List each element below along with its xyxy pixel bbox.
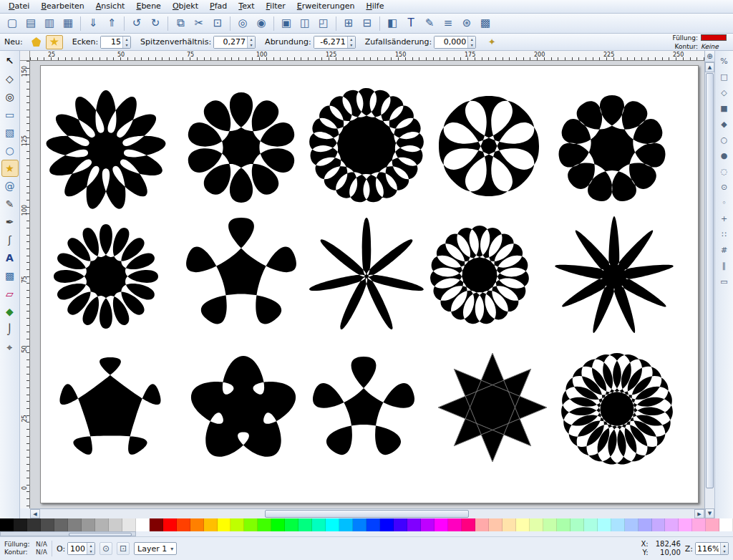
star-shape-15[interactable] [561,353,673,465]
snap-smooth-nodes-button[interactable]: ⊙ [717,180,732,194]
star-shape-1[interactable] [47,90,166,209]
zoom-drawing-button[interactable]: ◎ [234,15,251,32]
palette-swatch[interactable] [366,518,380,531]
palette-swatch[interactable] [244,518,258,531]
scroll-left-button[interactable]: ◀ [30,509,40,518]
dropper-tool-button[interactable]: ⌡ [1,321,19,338]
palette-swatch[interactable] [326,518,339,531]
palette-swatch[interactable] [530,518,543,531]
text-tool-button[interactable]: A [1,249,19,266]
document-properties-button[interactable]: ▩ [477,15,494,32]
new-document-button[interactable]: ▢ [4,15,21,32]
palette-swatch[interactable] [122,518,136,531]
snap-page-border-button[interactable]: ▭ [717,274,732,289]
node-tool-button[interactable]: ◇ [1,70,19,87]
star-tool-button[interactable]: ★ [1,160,19,177]
palette-swatch[interactable] [82,518,95,531]
zoom-tool-button[interactable]: ◎ [1,88,19,105]
export-button[interactable]: ⇑ [103,15,120,32]
fill-stroke-dialog-button[interactable]: ◧ [384,15,401,32]
palette-swatch[interactable] [571,518,584,531]
spoke-ratio-spin-down-button[interactable]: ▾ [248,42,255,48]
snap-nodes-button[interactable]: ◆ [717,117,732,131]
menu-item-hilfe[interactable]: Hilfe [360,1,389,12]
rounded-input[interactable] [314,37,347,48]
star-shape-13[interactable] [313,357,414,455]
palette-swatch[interactable] [14,518,27,531]
opacity-spin-down-button[interactable]: ▾ [87,549,94,554]
star-shape-3[interactable] [309,88,424,202]
corners-spin-up-button[interactable]: ▴ [123,37,130,42]
star-shape-2[interactable] [188,92,294,203]
vertical-scrollbar[interactable]: ⊕ ▲ ▼ [704,51,714,518]
palette-swatch[interactable] [54,518,68,531]
palette-swatch[interactable] [95,518,109,531]
selector-tool-button[interactable]: ↖ [1,52,19,69]
ellipse-tool-button[interactable]: ○ [1,142,19,159]
layer-lock-button[interactable]: ⊡ [117,542,130,555]
palette-swatch[interactable] [163,518,177,531]
corners-input[interactable] [101,37,122,48]
palette-scrollbar[interactable] [0,531,733,537]
snap-cusp-nodes-button[interactable]: ◌ [717,164,732,178]
unlink-clone-button[interactable]: ◰ [315,15,332,32]
palette-swatch[interactable] [679,518,692,531]
snap-bbox-corners-button[interactable]: ■ [717,101,732,115]
create-clone-button[interactable]: ◫ [296,15,314,32]
copy-button[interactable]: ⧉ [172,15,189,32]
star-shape-12[interactable] [191,356,296,457]
zoom-spin-up-button[interactable]: ▴ [721,543,728,549]
randomized-spin-up-button[interactable]: ▴ [468,37,475,42]
cut-button[interactable]: ✂ [190,15,208,32]
connector-tool-button[interactable]: ⌖ [1,339,19,356]
palette-swatch[interactable] [285,518,298,531]
palette-scroll-track[interactable] [0,531,136,536]
palette-swatch[interactable] [489,518,503,531]
palette-swatch[interactable] [611,518,625,531]
menu-item-pfad[interactable]: Pfad [204,1,233,12]
vertical-ruler[interactable]: 1501251007550250 [20,61,30,508]
snap-paths-button[interactable]: ○ [717,132,732,147]
undo-button[interactable]: ↺ [128,15,145,32]
fill-color-swatch[interactable] [701,34,727,41]
zoom-page-button[interactable]: ◉ [253,15,270,32]
palette-swatch[interactable] [204,518,218,531]
palette-swatch[interactable] [462,518,475,531]
star-shape-4[interactable] [439,96,539,196]
palette-swatch[interactable] [150,518,163,531]
star-shape-9[interactable] [430,226,529,324]
palette-swatch[interactable] [230,518,244,531]
box3d-tool-button[interactable]: ▧ [1,124,19,141]
palette-swatch[interactable] [0,518,14,531]
palette-swatch[interactable] [218,518,231,531]
palette-swatch[interactable] [298,518,312,531]
snap-bounding-box-button[interactable]: □ [717,69,732,84]
menu-item-datei[interactable]: Datei [3,1,35,12]
redo-button[interactable]: ↻ [147,15,164,32]
star-mode-button[interactable] [46,35,63,49]
defaults-button[interactable]: ✦ [484,35,500,49]
snap-rotation-centers-button[interactable]: ∷ [717,227,732,241]
palette-swatch[interactable] [68,518,82,531]
layer-visibility-button[interactable]: ⊙ [99,542,112,555]
scroll-right-button[interactable]: ▶ [694,509,704,518]
eraser-tool-button[interactable]: ▱ [1,285,19,302]
horizontal-ruler[interactable]: 255075100125150175200225250 [30,51,704,61]
spiral-tool-button[interactable]: @ [1,178,19,195]
spoke-ratio-spin-up-button[interactable]: ▴ [248,37,255,42]
star-shape-7[interactable] [186,218,296,324]
star-shape-14[interactable] [438,353,547,462]
scroll-up-button[interactable]: ▲ [705,62,714,72]
menu-item-text[interactable]: Text [233,1,260,12]
text-dialog-button[interactable]: T [402,15,419,32]
palette-swatch[interactable] [312,518,326,531]
palette-swatch[interactable] [719,518,733,531]
randomized-input[interactable] [435,37,467,48]
paste-button[interactable]: ⊡ [209,15,226,32]
palette-swatch[interactable] [109,518,122,531]
menu-item-ansicht[interactable]: Ansicht [90,1,131,12]
palette-swatch[interactable] [557,518,571,531]
palette-scroll-thumb[interactable] [69,533,132,536]
rounded-spin-down-button[interactable]: ▾ [348,42,355,48]
group-button[interactable]: ⊞ [340,15,357,32]
